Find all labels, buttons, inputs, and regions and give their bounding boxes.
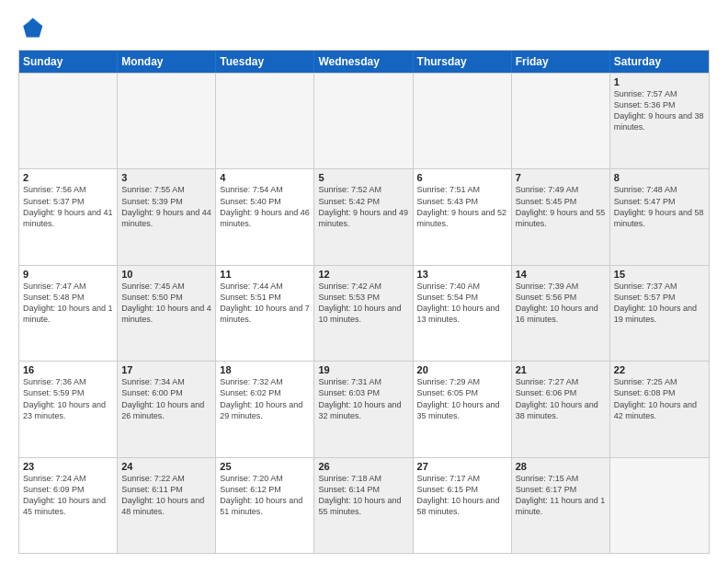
day-info: Sunrise: 7:54 AM Sunset: 5:40 PM Dayligh…: [220, 184, 310, 229]
cal-cell-day-23: 23Sunrise: 7:24 AM Sunset: 6:09 PM Dayli…: [19, 458, 118, 553]
cal-cell-day-16: 16Sunrise: 7:36 AM Sunset: 5:59 PM Dayli…: [19, 362, 118, 456]
day-number: 2: [23, 172, 113, 183]
day-info: Sunrise: 7:36 AM Sunset: 5:59 PM Dayligh…: [23, 376, 113, 421]
cal-cell-day-17: 17Sunrise: 7:34 AM Sunset: 6:00 PM Dayli…: [118, 362, 216, 456]
cal-header-saturday: Saturday: [610, 51, 709, 73]
cal-header-friday: Friday: [512, 51, 610, 73]
day-number: 22: [614, 364, 705, 375]
day-number: 25: [220, 461, 310, 472]
day-number: 8: [614, 172, 705, 183]
cal-cell-empty: [610, 458, 709, 553]
day-info: Sunrise: 7:52 AM Sunset: 5:42 PM Dayligh…: [318, 184, 408, 229]
cal-cell-day-10: 10Sunrise: 7:45 AM Sunset: 5:50 PM Dayli…: [118, 266, 216, 361]
day-info: Sunrise: 7:44 AM Sunset: 5:51 PM Dayligh…: [220, 281, 310, 326]
cal-header-thursday: Thursday: [414, 51, 512, 73]
day-info: Sunrise: 7:25 AM Sunset: 6:08 PM Dayligh…: [614, 376, 705, 421]
cal-cell-empty: [512, 74, 610, 168]
day-number: 9: [23, 269, 113, 280]
cal-cell-empty: [19, 74, 118, 168]
day-number: 12: [318, 269, 408, 280]
day-number: 21: [516, 364, 606, 375]
day-info: Sunrise: 7:40 AM Sunset: 5:54 PM Dayligh…: [417, 281, 507, 326]
day-number: 4: [220, 172, 310, 183]
cal-cell-day-25: 25Sunrise: 7:20 AM Sunset: 6:12 PM Dayli…: [216, 458, 314, 553]
calendar-body: 1Sunrise: 7:57 AM Sunset: 5:36 PM Daylig…: [19, 73, 709, 553]
cal-cell-day-2: 2Sunrise: 7:56 AM Sunset: 5:37 PM Daylig…: [19, 169, 118, 264]
day-info: Sunrise: 7:49 AM Sunset: 5:45 PM Dayligh…: [516, 184, 606, 229]
day-number: 19: [318, 364, 408, 375]
day-number: 15: [614, 269, 705, 280]
cal-cell-empty: [314, 74, 413, 168]
day-number: 27: [417, 461, 507, 472]
cal-week-4: 16Sunrise: 7:36 AM Sunset: 5:59 PM Dayli…: [19, 361, 709, 456]
day-info: Sunrise: 7:34 AM Sunset: 6:00 PM Dayligh…: [121, 376, 211, 421]
cal-cell-day-8: 8Sunrise: 7:48 AM Sunset: 5:47 PM Daylig…: [610, 169, 709, 264]
day-info: Sunrise: 7:57 AM Sunset: 5:36 PM Dayligh…: [614, 88, 705, 133]
cal-cell-day-28: 28Sunrise: 7:15 AM Sunset: 6:17 PM Dayli…: [512, 458, 610, 553]
day-number: 1: [614, 76, 705, 87]
day-info: Sunrise: 7:18 AM Sunset: 6:14 PM Dayligh…: [318, 473, 408, 518]
day-info: Sunrise: 7:42 AM Sunset: 5:53 PM Dayligh…: [318, 281, 408, 326]
day-number: 23: [23, 461, 113, 472]
svg-marker-0: [23, 18, 42, 38]
cal-cell-day-3: 3Sunrise: 7:55 AM Sunset: 5:39 PM Daylig…: [118, 169, 216, 264]
cal-cell-day-14: 14Sunrise: 7:39 AM Sunset: 5:56 PM Dayli…: [512, 266, 610, 361]
day-info: Sunrise: 7:20 AM Sunset: 6:12 PM Dayligh…: [220, 473, 310, 518]
day-number: 10: [121, 269, 211, 280]
day-number: 28: [516, 461, 606, 472]
cal-cell-day-9: 9Sunrise: 7:47 AM Sunset: 5:48 PM Daylig…: [19, 266, 118, 361]
day-info: Sunrise: 7:48 AM Sunset: 5:47 PM Dayligh…: [614, 184, 705, 229]
cal-cell-day-21: 21Sunrise: 7:27 AM Sunset: 6:06 PM Dayli…: [512, 362, 610, 456]
day-number: 24: [121, 461, 211, 472]
cal-cell-day-15: 15Sunrise: 7:37 AM Sunset: 5:57 PM Dayli…: [610, 266, 709, 361]
day-number: 14: [516, 269, 606, 280]
day-number: 16: [23, 364, 113, 375]
day-info: Sunrise: 7:24 AM Sunset: 6:09 PM Dayligh…: [23, 473, 113, 518]
cal-header-wednesday: Wednesday: [314, 51, 413, 73]
day-number: 11: [220, 269, 310, 280]
cal-header-tuesday: Tuesday: [216, 51, 314, 73]
day-number: 7: [516, 172, 606, 183]
cal-cell-empty: [118, 74, 216, 168]
cal-cell-day-11: 11Sunrise: 7:44 AM Sunset: 5:51 PM Dayli…: [216, 266, 314, 361]
day-info: Sunrise: 7:37 AM Sunset: 5:57 PM Dayligh…: [614, 281, 705, 326]
cal-week-3: 9Sunrise: 7:47 AM Sunset: 5:48 PM Daylig…: [19, 265, 709, 361]
day-number: 26: [318, 461, 408, 472]
day-info: Sunrise: 7:47 AM Sunset: 5:48 PM Dayligh…: [23, 281, 113, 326]
cal-cell-day-19: 19Sunrise: 7:31 AM Sunset: 6:03 PM Dayli…: [314, 362, 413, 456]
cal-cell-day-7: 7Sunrise: 7:49 AM Sunset: 5:45 PM Daylig…: [512, 169, 610, 264]
day-info: Sunrise: 7:15 AM Sunset: 6:17 PM Dayligh…: [516, 473, 606, 518]
day-info: Sunrise: 7:29 AM Sunset: 6:05 PM Dayligh…: [417, 376, 507, 421]
day-number: 6: [417, 172, 507, 183]
day-number: 18: [220, 364, 310, 375]
day-number: 5: [318, 172, 408, 183]
cal-cell-day-18: 18Sunrise: 7:32 AM Sunset: 6:02 PM Dayli…: [216, 362, 314, 456]
day-number: 13: [417, 269, 507, 280]
cal-week-2: 2Sunrise: 7:56 AM Sunset: 5:37 PM Daylig…: [19, 168, 709, 264]
day-info: Sunrise: 7:31 AM Sunset: 6:03 PM Dayligh…: [318, 376, 408, 421]
cal-cell-day-4: 4Sunrise: 7:54 AM Sunset: 5:40 PM Daylig…: [216, 169, 314, 264]
day-info: Sunrise: 7:32 AM Sunset: 6:02 PM Dayligh…: [220, 376, 310, 421]
cal-week-1: 1Sunrise: 7:57 AM Sunset: 5:36 PM Daylig…: [19, 73, 709, 168]
cal-cell-day-22: 22Sunrise: 7:25 AM Sunset: 6:08 PM Dayli…: [610, 362, 709, 456]
cal-cell-day-26: 26Sunrise: 7:18 AM Sunset: 6:14 PM Dayli…: [314, 458, 413, 553]
cal-week-5: 23Sunrise: 7:24 AM Sunset: 6:09 PM Dayli…: [19, 457, 709, 553]
day-number: 17: [121, 364, 211, 375]
logo: [18, 15, 48, 40]
cal-cell-day-6: 6Sunrise: 7:51 AM Sunset: 5:43 PM Daylig…: [414, 169, 512, 264]
day-info: Sunrise: 7:51 AM Sunset: 5:43 PM Dayligh…: [417, 184, 507, 229]
day-info: Sunrise: 7:55 AM Sunset: 5:39 PM Dayligh…: [121, 184, 211, 229]
cal-header-monday: Monday: [118, 51, 216, 73]
logo-icon: [18, 15, 44, 40]
cal-cell-day-5: 5Sunrise: 7:52 AM Sunset: 5:42 PM Daylig…: [314, 169, 413, 264]
cal-cell-day-13: 13Sunrise: 7:40 AM Sunset: 5:54 PM Dayli…: [414, 266, 512, 361]
cal-cell-day-1: 1Sunrise: 7:57 AM Sunset: 5:36 PM Daylig…: [610, 74, 709, 168]
cal-header-sunday: Sunday: [19, 51, 118, 73]
day-info: Sunrise: 7:17 AM Sunset: 6:15 PM Dayligh…: [417, 473, 507, 518]
cal-cell-day-20: 20Sunrise: 7:29 AM Sunset: 6:05 PM Dayli…: [414, 362, 512, 456]
cal-cell-day-27: 27Sunrise: 7:17 AM Sunset: 6:15 PM Dayli…: [414, 458, 512, 553]
cal-cell-day-12: 12Sunrise: 7:42 AM Sunset: 5:53 PM Dayli…: [314, 266, 413, 361]
day-info: Sunrise: 7:56 AM Sunset: 5:37 PM Dayligh…: [23, 184, 113, 229]
day-info: Sunrise: 7:39 AM Sunset: 5:56 PM Dayligh…: [516, 281, 606, 326]
day-number: 3: [121, 172, 211, 183]
